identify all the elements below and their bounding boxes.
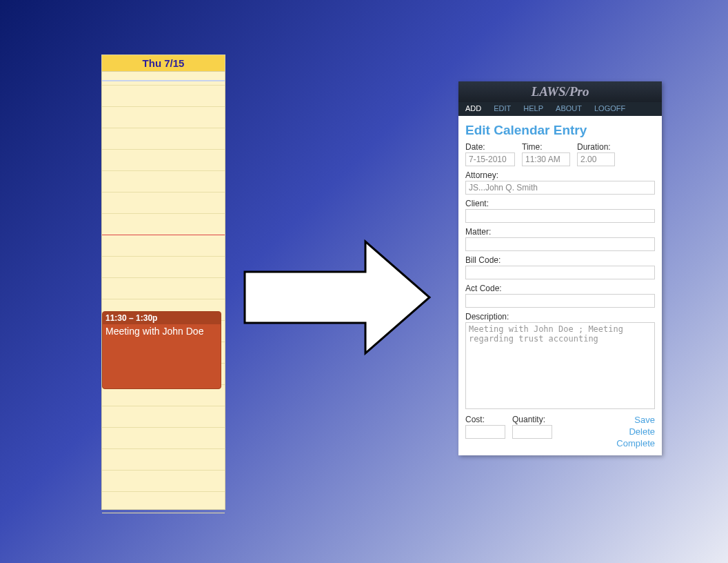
- event-title: Meeting with John Doe: [103, 324, 221, 339]
- date-input[interactable]: [465, 152, 515, 166]
- actcode-input[interactable]: [465, 294, 655, 308]
- hour-row[interactable]: [102, 171, 225, 192]
- hour-row[interactable]: [102, 192, 225, 214]
- hour-row[interactable]: [102, 214, 225, 235]
- matter-input[interactable]: [465, 237, 655, 251]
- time-input[interactable]: [522, 152, 570, 166]
- description-label: Description:: [465, 312, 655, 322]
- arrow-icon: [238, 236, 438, 359]
- app-title: LAWS/Pro: [532, 84, 589, 99]
- app-menubar: ADD EDIT HELP ABOUT LOGOFF: [458, 102, 662, 116]
- delete-link[interactable]: Delete: [616, 426, 655, 438]
- form-body: Edit Calendar Entry Date: Time: Duration…: [458, 116, 662, 455]
- menu-edit[interactable]: EDIT: [494, 104, 511, 112]
- quantity-input[interactable]: [512, 425, 552, 439]
- duration-label: Duration:: [577, 142, 615, 152]
- edit-entry-panel: LAWS/Pro ADD EDIT HELP ABOUT LOGOFF Edit…: [458, 81, 662, 455]
- hour-row[interactable]: [102, 128, 225, 150]
- cost-label: Cost:: [465, 415, 505, 424]
- attorney-input[interactable]: [465, 181, 655, 195]
- menu-about[interactable]: ABOUT: [556, 104, 582, 112]
- billcode-input[interactable]: [465, 266, 655, 279]
- matter-label: Matter:: [465, 227, 655, 237]
- hour-row[interactable]: [102, 86, 225, 107]
- calendar-day-header: Thu 7/15: [102, 55, 225, 72]
- attorney-label: Attorney:: [465, 170, 655, 180]
- description-textarea[interactable]: [465, 322, 655, 409]
- actcode-label: Act Code:: [465, 284, 655, 293]
- billcode-label: Bill Code:: [465, 255, 655, 265]
- hour-row[interactable]: [102, 492, 225, 513]
- client-input[interactable]: [465, 209, 655, 223]
- menu-help[interactable]: HELP: [523, 104, 543, 112]
- duration-input[interactable]: [577, 152, 615, 166]
- cost-input[interactable]: [465, 425, 505, 439]
- hour-row[interactable]: [102, 235, 225, 257]
- app-titlebar: LAWS/Pro: [458, 81, 662, 102]
- complete-link[interactable]: Complete: [616, 438, 655, 450]
- date-label: Date:: [465, 142, 515, 152]
- menu-add[interactable]: ADD: [465, 104, 481, 112]
- hour-row[interactable]: [102, 107, 225, 128]
- client-label: Client:: [465, 199, 655, 208]
- hour-row[interactable]: [102, 428, 225, 449]
- hour-row[interactable]: [102, 406, 225, 428]
- form-heading: Edit Calendar Entry: [465, 123, 655, 138]
- calendar-allday-strip: [102, 72, 225, 81]
- time-label: Time:: [522, 142, 570, 152]
- quantity-label: Quantity:: [512, 415, 552, 424]
- hour-row[interactable]: [102, 278, 225, 299]
- hour-row[interactable]: [102, 150, 225, 171]
- hour-row[interactable]: [102, 449, 225, 471]
- calendar-day-view: Thu 7/15 11:30 – 1:30p Meeting with John…: [101, 55, 225, 510]
- hour-row[interactable]: [102, 257, 225, 278]
- calendar-event[interactable]: 11:30 – 1:30p Meeting with John Doe: [102, 311, 221, 389]
- hour-row[interactable]: [102, 471, 225, 492]
- menu-logoff[interactable]: LOGOFF: [594, 104, 625, 112]
- event-time-range: 11:30 – 1:30p: [103, 312, 221, 324]
- save-link[interactable]: Save: [616, 415, 655, 426]
